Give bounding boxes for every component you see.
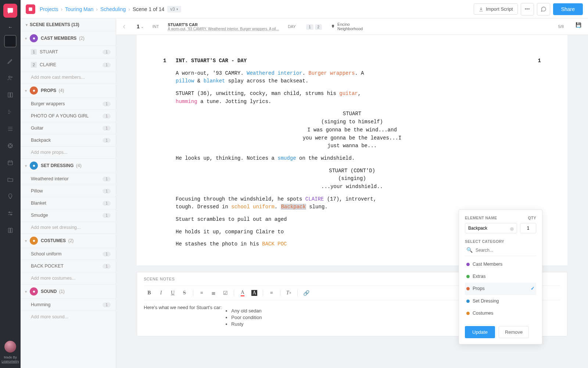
add-item[interactable]: Add more cast members... bbox=[21, 71, 116, 83]
action-4[interactable]: Focusing through the windshield, he spot… bbox=[176, 195, 381, 211]
category-option[interactable]: Extras bbox=[465, 270, 536, 283]
flow-icon[interactable] bbox=[6, 107, 15, 116]
character-2[interactable]: STUART (CONT'D) bbox=[162, 167, 542, 175]
action-3[interactable]: He looks up, thinking. Notices a smudge … bbox=[176, 155, 381, 163]
align-button[interactable]: ≡ bbox=[266, 288, 277, 298]
add-item[interactable]: Add more set dressing... bbox=[21, 221, 116, 233]
list-item[interactable]: Backpack1 bbox=[21, 134, 116, 146]
svg-point-15 bbox=[33, 290, 35, 292]
action-6[interactable]: He holds it up, comparing Claire to bbox=[176, 228, 381, 236]
list-item[interactable]: Pillow1 bbox=[21, 185, 116, 197]
group-header[interactable]: ▾SET DRESSING (4) bbox=[21, 158, 116, 173]
bold-button[interactable]: B bbox=[144, 288, 155, 298]
list-icon[interactable] bbox=[6, 124, 15, 133]
calendar-icon[interactable] bbox=[6, 158, 15, 167]
group-header[interactable]: ▾SOUND (1) bbox=[21, 284, 116, 298]
clear-format-button[interactable]: T× bbox=[283, 288, 294, 298]
sliders-icon[interactable] bbox=[6, 209, 15, 218]
list-item[interactable]: Guitar1 bbox=[21, 122, 116, 134]
crumb-section[interactable]: Scheduling bbox=[100, 6, 126, 12]
add-item[interactable]: Add more props... bbox=[21, 146, 116, 158]
dialog-1[interactable]: I was gonna be the wind...and bbox=[162, 126, 542, 134]
category-option[interactable]: Set Dressing bbox=[465, 295, 536, 307]
italic-button[interactable]: I bbox=[155, 288, 166, 298]
people-icon[interactable] bbox=[6, 74, 15, 82]
list-item[interactable]: 1STUART1 bbox=[21, 45, 116, 58]
location[interactable]: EncinoNeighborhood bbox=[331, 22, 363, 31]
action-5[interactable]: Stuart scrambles to pull out an aged bbox=[176, 216, 381, 224]
element-name-input[interactable] bbox=[465, 223, 517, 233]
category-option[interactable]: Costumes bbox=[465, 307, 536, 319]
pin-icon[interactable] bbox=[6, 192, 15, 201]
group-header[interactable]: ▾CAST MEMBERS (2) bbox=[21, 31, 116, 45]
paren-2[interactable]: (singing) bbox=[162, 175, 542, 183]
slugline[interactable]: INT. STUART'S CAR - DAY bbox=[176, 57, 542, 65]
back-icon[interactable]: ← bbox=[8, 24, 13, 30]
element-popup: ELEMENT NAME QTY ⊗ SELECT CATEGORY 🔍 Cas… bbox=[459, 209, 542, 344]
scene-index-selector[interactable]: 1 ⌄ bbox=[137, 24, 144, 29]
list-item[interactable]: Humming1 bbox=[21, 298, 116, 311]
textcolor-button[interactable]: A bbox=[237, 288, 248, 298]
remove-button[interactable]: Remove bbox=[499, 326, 529, 338]
category-option[interactable]: Cast Members bbox=[465, 258, 536, 270]
qty-input[interactable] bbox=[520, 223, 536, 233]
more-button[interactable]: ••• bbox=[521, 3, 534, 15]
paren-1[interactable]: (singing to himself) bbox=[162, 118, 542, 126]
scene-num-right: 1 bbox=[538, 57, 541, 65]
list-item[interactable]: PHOTO OF A YOUNG GIRL1 bbox=[21, 110, 116, 122]
action-7[interactable]: He stashes the photo in his BACK POC bbox=[176, 240, 381, 248]
category-option[interactable]: Props✓ bbox=[465, 283, 536, 295]
list-item[interactable]: Blanket1 bbox=[21, 197, 116, 209]
save-notes-icon[interactable]: 💾 bbox=[576, 22, 581, 28]
list-item[interactable]: Weathered interior1 bbox=[21, 173, 116, 185]
clear-icon[interactable]: ⊗ bbox=[510, 225, 514, 233]
edit-icon[interactable] bbox=[6, 57, 15, 66]
category-search-input[interactable] bbox=[474, 246, 536, 254]
scene-slug[interactable]: STUART'S CAR A worn-out, '93 CAMRY. Weat… bbox=[168, 22, 279, 31]
list-item[interactable]: BACK POCKET1 bbox=[21, 260, 116, 272]
dialog-3[interactable]: just wanna be... bbox=[162, 142, 542, 150]
comments-button[interactable] bbox=[537, 3, 550, 15]
check-button[interactable]: ☑ bbox=[220, 288, 231, 298]
update-button[interactable]: Update bbox=[465, 326, 495, 338]
group-header[interactable]: ▾COSTUMES (2) bbox=[21, 233, 116, 248]
int-ext-tag: INT bbox=[153, 24, 159, 29]
list-item[interactable]: Burger wrappers1 bbox=[21, 98, 116, 110]
import-script-button[interactable]: Import Script bbox=[474, 3, 518, 15]
character-1[interactable]: STUART bbox=[162, 110, 542, 118]
book-icon[interactable] bbox=[6, 91, 15, 99]
user-avatar[interactable] bbox=[4, 341, 16, 353]
svg-point-12 bbox=[33, 89, 35, 91]
share-button[interactable]: Share bbox=[553, 3, 583, 15]
prev-scene-icon[interactable]: ‹ bbox=[123, 22, 125, 31]
reel-icon[interactable] bbox=[6, 141, 15, 150]
add-item[interactable]: Add more costumes... bbox=[21, 272, 116, 284]
dialog-4[interactable]: ...your windshield.. bbox=[162, 183, 542, 191]
link-button[interactable]: 🔗 bbox=[301, 288, 312, 298]
list-item[interactable]: School uniform1 bbox=[21, 248, 116, 260]
add-item[interactable]: Add more sound... bbox=[21, 311, 116, 323]
book2-icon[interactable] bbox=[6, 226, 15, 235]
action-1[interactable]: A worn-out, '93 CAMRY. Weathered interio… bbox=[176, 70, 381, 85]
version-selector[interactable]: v3 ▾ bbox=[167, 6, 181, 13]
dialog-2[interactable]: you were gonna be the leaves...I bbox=[162, 134, 542, 142]
highlight-button[interactable]: A bbox=[249, 288, 260, 298]
action-2[interactable]: STUART (36), unwitting, cocky, man child… bbox=[176, 90, 381, 106]
strike-button[interactable]: S bbox=[179, 288, 190, 298]
ol-button[interactable]: ≡ bbox=[196, 288, 207, 298]
underline-button[interactable]: U bbox=[167, 288, 178, 298]
svg-point-13 bbox=[33, 164, 35, 166]
brand-icon[interactable] bbox=[26, 4, 35, 14]
app-logo[interactable] bbox=[3, 4, 17, 18]
folder-icon[interactable] bbox=[6, 175, 15, 184]
category-search[interactable]: 🔍 bbox=[465, 245, 536, 256]
ul-button[interactable]: ≣ bbox=[208, 288, 219, 298]
list-item[interactable]: Smudge1 bbox=[21, 209, 116, 221]
sidebar-header[interactable]: ▾SCENE ELEMENTS (13) bbox=[21, 18, 116, 31]
made-by: Made ByLeanometry bbox=[1, 355, 19, 364]
project-thumb[interactable] bbox=[4, 35, 17, 47]
crumb-projects[interactable]: Projects bbox=[40, 6, 58, 12]
crumb-project[interactable]: Touring Man bbox=[65, 6, 93, 12]
list-item[interactable]: 2CLAIRE1 bbox=[21, 58, 116, 71]
group-header[interactable]: ▾PROPS (4) bbox=[21, 83, 116, 98]
